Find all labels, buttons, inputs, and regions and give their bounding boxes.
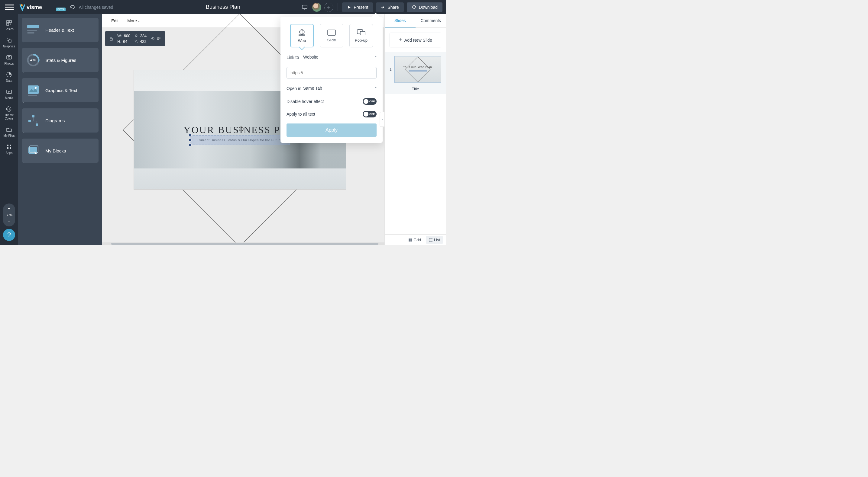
svg-point-10 [8, 57, 10, 58]
help-button[interactable]: ? [3, 229, 15, 241]
svg-point-47 [429, 239, 430, 240]
visme-logo[interactable]: visme BETA [19, 3, 66, 11]
svg-rect-4 [9, 21, 11, 23]
slide-thumbnail[interactable]: YOUR BUSINESS PLAN [394, 56, 441, 83]
play-icon [347, 5, 351, 9]
tab-comments[interactable]: Comments [415, 14, 446, 28]
hamburger-menu-icon[interactable] [5, 3, 14, 12]
svg-text:A: A [10, 23, 11, 26]
svg-point-45 [429, 238, 430, 239]
save-status: All changes saved [79, 5, 113, 10]
svg-rect-48 [430, 240, 433, 240]
present-button[interactable]: Present [342, 2, 373, 12]
svg-point-12 [7, 108, 8, 108]
action-tab-slide[interactable]: Slide [320, 24, 343, 47]
toggle-state: OFF [369, 100, 375, 103]
svg-rect-26 [28, 95, 37, 96]
disable-hover-label: Disable hover effect [286, 99, 324, 104]
list-view-button[interactable]: List [426, 236, 443, 244]
disable-hover-toggle[interactable]: OFF [363, 98, 377, 105]
action-tab-popup[interactable]: Pop-up [349, 24, 373, 47]
chevron-down-icon: ▾ [375, 55, 377, 60]
action-tab-label: Web [298, 38, 306, 43]
apply-button[interactable]: Apply [286, 124, 377, 137]
rotation-control[interactable]: 0° [151, 37, 160, 41]
y-value[interactable]: 422 [140, 39, 147, 44]
grid-view-button[interactable]: Grid [405, 236, 424, 244]
zoom-control[interactable]: + 50% − [3, 203, 15, 227]
width-label: W: [117, 34, 122, 38]
height-value[interactable]: 64 [123, 39, 127, 44]
rail-theme-colors[interactable]: Theme Colors [0, 103, 18, 123]
chevron-down-icon: ▾ [375, 86, 377, 91]
rail-my-files[interactable]: My Files [0, 123, 18, 140]
horizontal-scrollbar[interactable] [102, 242, 384, 245]
svg-point-0 [21, 4, 23, 6]
undo-icon[interactable] [69, 4, 75, 10]
category-my-blocks[interactable]: My Blocks [22, 139, 98, 163]
rail-photos[interactable]: Photos [0, 51, 18, 68]
open-in-select[interactable]: Same Tab ▾ [303, 84, 377, 92]
share-icon [381, 5, 385, 9]
resize-handle[interactable] [189, 134, 192, 137]
plus-icon: + [399, 37, 402, 43]
rail-graphics[interactable]: Graphics [0, 34, 18, 51]
resize-handle[interactable] [189, 139, 192, 142]
rail-basics-label: Basics [4, 28, 13, 31]
resize-handle[interactable] [189, 143, 192, 146]
zoom-in-icon[interactable]: + [7, 206, 10, 211]
svg-rect-50 [430, 241, 433, 241]
rail-media[interactable]: Media [0, 86, 18, 103]
category-label: Diagrams [45, 118, 65, 123]
slide-icon [327, 29, 336, 36]
lock-icon[interactable] [110, 37, 113, 41]
comments-icon[interactable] [300, 3, 309, 12]
svg-rect-20 [27, 30, 37, 31]
link-to-label: Link to [286, 55, 303, 60]
collapse-right-panel-button[interactable]: › [380, 112, 384, 127]
download-button[interactable]: Download [407, 2, 442, 12]
share-button[interactable]: Share [376, 2, 403, 12]
edit-menu[interactable]: Edit [107, 19, 123, 23]
rail-photos-label: Photos [4, 62, 13, 65]
tab-slides[interactable]: Slides [385, 14, 415, 28]
popup-icon [356, 29, 366, 36]
grid-label: Grid [413, 238, 421, 242]
add-new-slide-button[interactable]: + Add New Slide [390, 33, 441, 47]
svg-rect-9 [7, 56, 11, 59]
open-in-label: Open in [286, 86, 303, 91]
user-avatar[interactable] [312, 3, 321, 12]
list-icon [429, 238, 433, 242]
selected-text-element[interactable]: Current Business Status & Our Hopes for … [190, 135, 289, 145]
document-title[interactable]: Business Plan [206, 4, 240, 10]
zoom-out-icon[interactable]: − [7, 218, 10, 224]
x-value[interactable]: 384 [140, 34, 147, 38]
link-to-select[interactable]: Website ▾ [303, 54, 377, 61]
slide-thumbnail-item[interactable]: 1 YOUR BUSINESS PLAN [385, 52, 446, 87]
rail-theme-colors-label: Theme Colors [0, 113, 18, 120]
svg-rect-17 [7, 147, 8, 149]
graphics-text-icon [27, 83, 40, 97]
apply-all-toggle[interactable]: OFF [363, 111, 377, 117]
category-diagrams[interactable]: Diagrams [22, 108, 98, 133]
rail-data[interactable]: Data [0, 68, 18, 86]
url-input[interactable] [286, 67, 377, 78]
width-value[interactable]: 600 [124, 34, 130, 38]
category-header-text[interactable]: Header & Text [22, 18, 98, 42]
action-tab-web[interactable]: Web [290, 24, 314, 47]
link-to-value: Website [303, 55, 318, 60]
svg-point-13 [7, 109, 8, 110]
view-mode-footer: Grid List [385, 234, 446, 245]
svg-rect-15 [7, 145, 8, 146]
slide-label[interactable]: Title [385, 87, 446, 94]
my-blocks-icon [27, 144, 40, 157]
rail-basics[interactable]: A Basics [0, 16, 18, 34]
add-collaborator-button[interactable] [324, 3, 333, 12]
slide-subtitle-text: Current Business Status & Our Hopes for … [197, 138, 282, 142]
category-stats-figures[interactable]: 40% Stats & Figures [22, 48, 98, 72]
category-label: Graphics & Text [45, 88, 78, 93]
more-menu[interactable]: More ▾ [123, 19, 144, 23]
rotate-handle-icon[interactable] [238, 126, 244, 132]
rail-apps[interactable]: Apps [0, 140, 18, 158]
category-graphics-text[interactable]: Graphics & Text [22, 78, 98, 102]
